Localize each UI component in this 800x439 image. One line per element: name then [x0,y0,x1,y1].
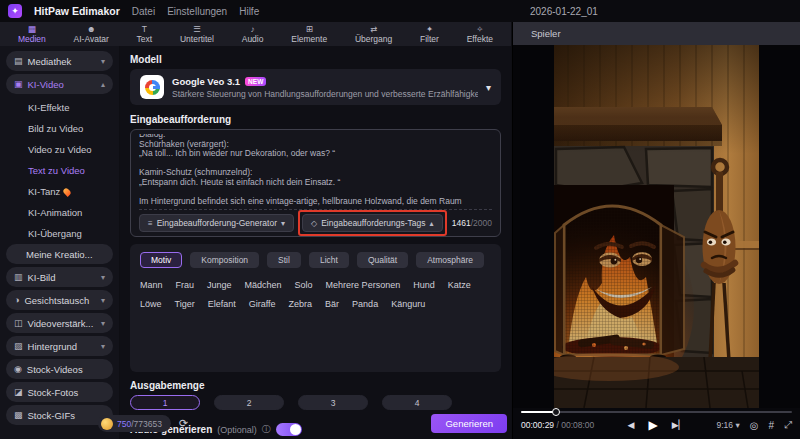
tag-word[interactable]: Solo [295,280,313,290]
sidebar-item-stock-gifs[interactable]: ▩ Stock-GIFs [6,405,113,425]
tag-category-stil[interactable]: Stil [267,252,301,268]
tag-word[interactable]: Panda [352,299,378,309]
prompt-input[interactable]: Dialog: Schürhaken (verärgert): „Na toll… [130,129,501,237]
sidebar-item-ki-uebergang[interactable]: KI-Übergang [6,223,113,244]
sidebar-item-ki-video[interactable]: ▣ KI-Video ▴ [6,74,113,94]
snapshot-icon[interactable]: ◎ [750,420,759,431]
sidebar-item-meine-kreationen[interactable]: Meine Kreatio... [6,244,113,264]
model-selector[interactable]: Google Veo 3.1 NEW Stärkere Steuerung vo… [130,69,501,105]
sidebar-item-video-zu-video[interactable]: Video zu Video [6,139,113,160]
tag-word[interactable]: Tiger [175,299,195,309]
tag-word[interactable]: Känguru [391,299,425,309]
prompt-generator-button[interactable]: ≡ Eingabeaufforderung-Generator ▾ [139,214,294,232]
prompt-tags-button[interactable]: ◇ Eingabeaufforderungs-Tags ▴ [302,214,442,232]
app-logo-icon: ✦ [8,4,22,18]
sidebar-item-ki-effekte[interactable]: KI-Effekte [6,97,113,118]
player-controls: 00:00:29 / 00:08:00 ◀ ▶ ▶▏ 9:16 ▾ ◎ # ⤢ [513,408,800,439]
menu-hilfe[interactable]: Hilfe [239,6,259,17]
grid-crop-icon[interactable]: # [768,420,774,431]
refresh-icon[interactable]: ⟳ [179,417,188,430]
tab-audio[interactable]: ♪ Audio [242,25,264,43]
filter-icon: ✦ [426,25,433,34]
fullscreen-icon[interactable]: ⤢ [784,419,792,431]
sidebar-item-bild-zu-video[interactable]: Bild zu Video [6,118,113,139]
quantity-option-2[interactable]: 2 [214,395,284,410]
sidebar-item-stock-fotos[interactable]: ◪ Stock-Fotos [6,382,113,402]
credits-badge[interactable]: 750/773653 [98,415,171,432]
button-label: Eingabeaufforderungs-Tags [321,218,425,228]
tab-label: AI-Avatar [74,35,109,44]
tag-word[interactable]: Zebra [289,299,313,309]
main-panel: Modell Google Veo 3.1 NEW Stärkere Steue… [120,46,511,439]
sidebar-item-gesichtstausch[interactable]: ◑ Gesichtstausch ▾ [6,290,113,310]
previous-frame-button[interactable]: ◀ [628,420,635,430]
char-count: 1461 [452,218,471,228]
quantity-option-3[interactable]: 3 [298,395,368,410]
sidebar-item-mediathek[interactable]: ▤ Mediathek ▾ [6,51,113,71]
tag-word[interactable]: Bär [325,299,339,309]
sidebar-item-label: Video zu Video [28,144,92,155]
sidebar-item-ki-animation[interactable]: KI-Animation [6,202,113,223]
tag-word[interactable]: Mädchen [245,280,282,290]
sidebar-item-ki-tanz[interactable]: KI-Tanz [6,181,113,202]
play-button[interactable]: ▶ [648,418,657,432]
tag-word[interactable]: Hund [413,280,435,290]
quantity-option-4[interactable]: 4 [382,395,452,410]
chevron-up-icon: ▴ [429,219,433,228]
sidebar-item-stock-videos[interactable]: ◉ Stock-Videos [6,359,113,379]
tag-word[interactable]: Frau [176,280,195,290]
tag-word[interactable]: Löwe [140,299,162,309]
chevron-down-icon[interactable]: ▾ [486,82,491,93]
transport-controls: ◀ ▶ ▶▏ [628,418,686,432]
credits-used: 750 [117,419,131,429]
sidebar-item-label: Hintergrund [28,341,78,352]
tag-category-komposition[interactable]: Komposition [190,252,259,268]
tab-elemente[interactable]: ⊞ Elemente [291,25,327,43]
seek-bar[interactable] [521,411,792,413]
current-time: 00:00:29 [521,420,554,430]
tab-text[interactable]: T Text [137,25,153,43]
tab-label: Übergang [355,35,392,44]
tag-category-qualitaet[interactable]: Qualität [357,252,408,268]
quantity-option-1[interactable]: 1 [130,395,200,410]
menu-einstellungen[interactable]: Einstellungen [167,6,227,17]
tab-effekte[interactable]: ✧ Effekte [467,25,493,43]
video-enhance-icon: ◫ [14,318,23,328]
folder-icon: ▤ [14,56,23,66]
tag-word[interactable]: Katze [448,280,471,290]
char-limit: /2000 [471,218,492,228]
tag-category-atmosphaere[interactable]: Atmosphäre [416,252,484,268]
tab-ai-avatar[interactable]: ☻ AI-Avatar [74,25,109,43]
tag-category-motiv[interactable]: Motiv [140,252,182,268]
prompt-line: Im Hintergrund befindet sich eine vintag… [139,197,492,206]
button-label: Eingabeaufforderung-Generator [157,218,277,228]
player-title: Spieler [531,28,561,39]
tag-word[interactable]: Mann [140,280,163,290]
sidebar-item-label: KI-Animation [28,207,82,218]
aspect-ratio-select[interactable]: 9:16 ▾ [717,420,740,430]
chevron-down-icon: ▾ [101,57,105,66]
sidebar-item-videoverstaerkung[interactable]: ◫ Videoverstärk... ▾ [6,313,113,333]
tag-word[interactable]: Junge [207,280,232,290]
face-swap-icon: ◑ [14,295,19,305]
tags-panel: Motiv Komposition Stil Licht Qualität At… [130,244,501,372]
stock-video-icon: ◉ [14,364,22,374]
sidebar-item-hintergrund[interactable]: ▨ Hintergrund ▾ [6,336,113,356]
tag-word[interactable]: Elefant [208,299,236,309]
sidebar-item-ki-bild[interactable]: ▥ KI-Bild ▾ [6,267,113,287]
next-frame-button[interactable]: ▶▏ [672,420,686,430]
sidebar-item-text-zu-video[interactable]: Text zu Video [6,160,113,181]
tab-filter[interactable]: ✦ Filter [420,25,439,43]
avatar-icon: ☻ [87,25,96,34]
tag-category-licht[interactable]: Licht [309,252,349,268]
tab-untertitel[interactable]: ☰ Untertitel [180,25,214,43]
sidebar-item-label: Stock-Fotos [28,387,79,398]
project-name: 2026-01-22_01 [530,6,598,17]
tab-medien[interactable]: ▦ Medien [18,25,46,43]
tab-uebergang[interactable]: ⇄ Übergang [355,25,392,43]
menu-datei[interactable]: Datei [132,6,155,17]
tag-word[interactable]: Giraffe [249,299,276,309]
tag-word[interactable]: Mehrere Personen [326,280,401,290]
tab-label: Effekte [467,35,493,44]
generate-button[interactable]: Generieren [431,414,507,433]
